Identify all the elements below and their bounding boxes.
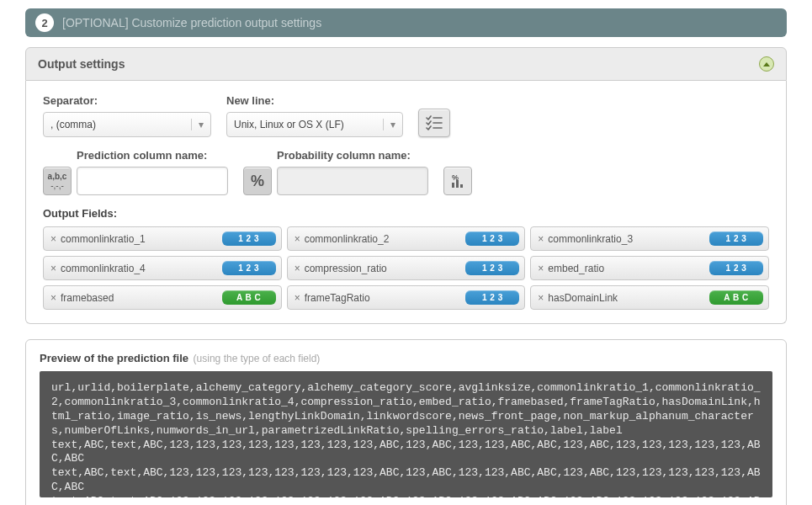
- chevron-down-icon: ▾: [191, 119, 204, 130]
- remove-chip-icon[interactable]: ×: [49, 234, 61, 244]
- prediction-column-label: Prediction column name:: [77, 149, 228, 162]
- chip-label: commonlinkratio_4: [61, 263, 222, 274]
- remove-chip-icon[interactable]: ×: [293, 263, 305, 274]
- preview-section: Preview of the prediction file (using th…: [25, 339, 787, 505]
- separator-label: Separator:: [43, 94, 211, 107]
- select-all-fields-button[interactable]: [418, 109, 450, 137]
- chip-label: framebased: [61, 292, 222, 304]
- probability-column-name-input[interactable]: [277, 167, 428, 195]
- remove-chip-icon[interactable]: ×: [293, 293, 305, 303]
- chip-label: embed_ratio: [548, 263, 709, 274]
- output-field-chip[interactable]: ×commonlinkratio_31 2 3: [530, 226, 769, 251]
- type-badge-numeric: 1 2 3: [709, 261, 763, 275]
- type-badge-numeric: 1 2 3: [465, 261, 519, 275]
- newline-value: Unix, Linux or OS X (LF): [234, 119, 344, 130]
- step-title: [OPTIONAL] Customize prediction output s…: [62, 16, 321, 29]
- chip-label: compression_ratio: [305, 263, 466, 274]
- type-badge-numeric: 1 2 3: [709, 231, 763, 246]
- svg-rect-4: [452, 183, 454, 188]
- preview-content[interactable]: url,urlid,boilerplate,alchemy_category,a…: [40, 371, 772, 497]
- preview-subtitle: (using the type of each field): [194, 353, 321, 364]
- type-badge-numeric: 1 2 3: [465, 231, 519, 246]
- chip-label: commonlinkratio_3: [548, 233, 709, 245]
- output-fields-list: ×commonlinkratio_11 2 3×commonlinkratio_…: [43, 226, 769, 310]
- type-badge-numeric: 1 2 3: [222, 231, 276, 246]
- chip-label: commonlinkratio_2: [305, 233, 466, 245]
- probability-column-label: Probability column name:: [277, 149, 428, 162]
- output-field-chip[interactable]: ×compression_ratio1 2 3: [287, 256, 526, 280]
- output-field-chip[interactable]: ×frameTagRatio1 2 3: [287, 285, 526, 310]
- type-badge-text: A B C: [709, 290, 763, 305]
- svg-rect-5: [456, 180, 459, 188]
- chip-label: commonlinkratio_1: [61, 233, 222, 245]
- chip-label: frameTagRatio: [305, 292, 466, 304]
- type-badge-numeric: 1 2 3: [465, 290, 519, 305]
- newline-label: New line:: [226, 94, 403, 107]
- step-header[interactable]: 2 [OPTIONAL] Customize prediction output…: [25, 8, 787, 37]
- output-field-chip[interactable]: ×commonlinkratio_21 2 3: [287, 226, 526, 251]
- output-settings-body: Separator: , (comma) ▾ New line: Unix, L…: [25, 81, 787, 324]
- separator-value: , (comma): [50, 119, 96, 130]
- distribution-icon[interactable]: %: [443, 167, 472, 195]
- header-row-icon[interactable]: a,b,c -,-,-: [43, 167, 72, 195]
- output-fields-label: Output Fields:: [43, 207, 769, 220]
- remove-chip-icon[interactable]: ×: [536, 234, 548, 244]
- output-settings-title: Output settings: [38, 57, 125, 71]
- separator-select[interactable]: , (comma) ▾: [43, 112, 211, 137]
- output-field-chip[interactable]: ×commonlinkratio_41 2 3: [43, 256, 282, 280]
- remove-chip-icon[interactable]: ×: [536, 293, 548, 303]
- remove-chip-icon[interactable]: ×: [536, 263, 548, 274]
- step-number-badge: 2: [35, 13, 54, 32]
- type-badge-text: A B C: [222, 290, 276, 305]
- remove-chip-icon[interactable]: ×: [49, 263, 61, 274]
- prediction-column-name-input[interactable]: [77, 167, 228, 195]
- chip-label: hasDomainLink: [548, 292, 709, 304]
- preview-title: Preview of the prediction file: [40, 352, 188, 364]
- remove-chip-icon[interactable]: ×: [293, 234, 305, 244]
- chevron-down-icon: ▾: [383, 119, 395, 130]
- collapse-icon[interactable]: [759, 56, 774, 72]
- output-field-chip[interactable]: ×hasDomainLinkA B C: [530, 285, 769, 310]
- output-field-chip[interactable]: ×embed_ratio1 2 3: [530, 256, 769, 280]
- output-field-chip[interactable]: ×framebasedA B C: [43, 285, 282, 310]
- percent-icon[interactable]: %: [243, 167, 272, 195]
- newline-select[interactable]: Unix, Linux or OS X (LF) ▾: [226, 112, 403, 137]
- svg-rect-6: [460, 184, 463, 188]
- type-badge-numeric: 1 2 3: [222, 261, 276, 275]
- output-settings-header[interactable]: Output settings: [25, 47, 787, 81]
- remove-chip-icon[interactable]: ×: [49, 293, 61, 303]
- output-field-chip[interactable]: ×commonlinkratio_11 2 3: [43, 226, 282, 251]
